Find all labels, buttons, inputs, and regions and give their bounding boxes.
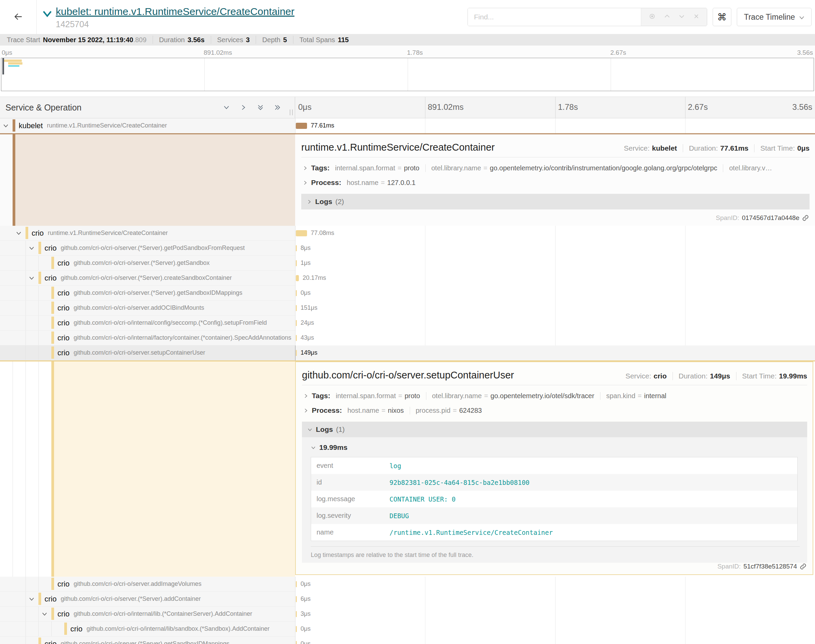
span-row[interactable]: criogithub.com/cri-o/cri-o/server.(*Serv…: [0, 592, 815, 607]
span-name-cell[interactable]: criogithub.com/cri-o/cri-o/server.(*Serv…: [0, 271, 295, 286]
span-row[interactable]: criogithub.com/cri-o/cri-o/server.(*Serv…: [0, 286, 815, 301]
span-name-cell[interactable]: criogithub.com/cri-o/cri-o/internal/conf…: [0, 316, 295, 331]
span-name-cell[interactable]: criogithub.com/cri-o/cri-o/server.setupC…: [0, 345, 295, 360]
span-row[interactable]: criogithub.com/cri-o/cri-o/server.addIma…: [0, 577, 815, 592]
span-timeline-cell[interactable]: 77.08ms: [295, 226, 815, 241]
span-service-name: crio: [57, 610, 69, 618]
span-row[interactable]: criogithub.com/cri-o/cri-o/internal/lib.…: [0, 607, 815, 621]
span-timeline-cell[interactable]: 151μs: [295, 301, 815, 316]
span-row[interactable]: criogithub.com/cri-o/cri-o/server.addOCI…: [0, 301, 815, 316]
span-timeline-cell[interactable]: 20.17ms: [295, 271, 815, 286]
span-row[interactable]: crioruntime.v1.RuntimeService/CreateCont…: [0, 226, 815, 241]
collapse-all-icon[interactable]: [257, 104, 264, 111]
span-duration-bar[interactable]: [296, 230, 307, 236]
row-collapse-icon[interactable]: [15, 230, 22, 237]
span-row[interactable]: criogithub.com/cri-o/cri-o/server.(*Serv…: [0, 636, 815, 644]
column-resize-grip[interactable]: [290, 109, 293, 115]
span-duration-bar[interactable]: [296, 320, 297, 326]
span-duration-bar[interactable]: [296, 123, 307, 129]
span-duration-bar[interactable]: [296, 596, 297, 602]
row-collapse-icon[interactable]: [41, 611, 48, 618]
log-entry-toggle[interactable]: 19.99ms: [311, 443, 800, 452]
tag-item: otel.library.name=go.opentelemetry.io/ot…: [426, 392, 594, 400]
tags-toggle[interactable]: Tags: internal.span.format=protootel.lib…: [302, 385, 807, 400]
span-timeline-cell[interactable]: 24μs: [295, 316, 815, 331]
minimap-drag-handle[interactable]: [2, 58, 4, 74]
span-name-cell[interactable]: criogithub.com/cri-o/cri-o/server.(*Serv…: [0, 241, 295, 256]
trace-collapse-icon[interactable]: [42, 10, 52, 18]
span-name-cell[interactable]: criogithub.com/cri-o/cri-o/server.(*Serv…: [0, 256, 295, 271]
process-toggle[interactable]: Process: host.name=nixosprocess.pid=6242…: [302, 400, 807, 414]
span-duration-bar[interactable]: [296, 581, 297, 587]
span-name-cell[interactable]: crioruntime.v1.RuntimeService/CreateCont…: [0, 226, 295, 241]
span-name-cell[interactable]: criogithub.com/cri-o/cri-o/server.(*Serv…: [0, 636, 295, 644]
span-name-cell[interactable]: kubeletruntime.v1.RuntimeService/CreateC…: [0, 118, 295, 133]
span-duration-bar[interactable]: [296, 611, 297, 617]
span-duration-bar[interactable]: [296, 626, 297, 632]
next-match-icon[interactable]: [678, 12, 685, 21]
row-collapse-icon[interactable]: [28, 275, 35, 282]
link-icon[interactable]: [800, 563, 806, 570]
span-row[interactable]: criogithub.com/cri-o/cri-o/internal/conf…: [0, 316, 815, 331]
span-timeline-cell[interactable]: 0μs: [295, 621, 815, 636]
span-duration-bar[interactable]: [296, 305, 297, 311]
clear-search-icon[interactable]: [693, 13, 700, 21]
collapse-one-icon[interactable]: [223, 104, 230, 111]
process-toggle[interactable]: Process: host.name=127.0.0.1: [301, 172, 810, 187]
logs-toggle[interactable]: Logs (1): [302, 422, 807, 437]
log-field-row: eventlog: [311, 457, 798, 474]
span-timeline-cell[interactable]: 1μs: [295, 256, 815, 271]
expand-one-icon[interactable]: [240, 104, 247, 111]
span-timeline-cell[interactable]: 6μs: [295, 592, 815, 607]
span-timeline-cell[interactable]: 0μs: [295, 286, 815, 301]
view-select-button[interactable]: Trace Timeline: [737, 8, 812, 26]
span-timeline-cell[interactable]: 149μs: [295, 345, 815, 360]
tags-toggle[interactable]: Tags: internal.span.format=protootel.lib…: [301, 158, 810, 172]
span-row[interactable]: kubeletruntime.v1.RuntimeService/CreateC…: [0, 118, 815, 133]
keyboard-shortcuts-button[interactable]: ⌘: [713, 8, 731, 26]
row-collapse-icon[interactable]: [28, 245, 35, 251]
row-collapse-icon[interactable]: [28, 596, 35, 603]
span-row[interactable]: criogithub.com/cri-o/cri-o/server.(*Serv…: [0, 241, 815, 256]
back-button[interactable]: [0, 0, 37, 34]
span-operation-name: github.com/cri-o/cri-o/server.(*Server).…: [61, 640, 229, 644]
span-timeline-cell[interactable]: 77.61ms: [295, 118, 815, 133]
span-duration-bar[interactable]: [296, 641, 297, 644]
span-timeline-cell[interactable]: 8μs: [295, 241, 815, 256]
span-row[interactable]: criogithub.com/cri-o/cri-o/server.(*Serv…: [0, 271, 815, 286]
span-row[interactable]: criogithub.com/cri-o/cri-o/internal/fact…: [0, 331, 815, 345]
span-timeline-cell[interactable]: 0μs: [295, 636, 815, 644]
expand-all-icon[interactable]: [274, 104, 281, 111]
link-icon[interactable]: [802, 215, 809, 221]
span-duration-bar[interactable]: [296, 335, 297, 341]
span-name-cell[interactable]: criogithub.com/cri-o/cri-o/server.addIma…: [0, 577, 295, 592]
find-input[interactable]: [468, 8, 641, 26]
span-service-name: crio: [44, 639, 57, 644]
span-row[interactable]: criogithub.com/cri-o/cri-o/internal/lib/…: [0, 621, 815, 636]
span-timeline-cell[interactable]: 3μs: [295, 607, 815, 621]
span-duration-bar[interactable]: [296, 290, 297, 296]
span-name-cell[interactable]: criogithub.com/cri-o/cri-o/internal/lib.…: [0, 607, 295, 621]
span-duration-bar[interactable]: [296, 245, 297, 251]
span-row[interactable]: criogithub.com/cri-o/cri-o/server.(*Serv…: [0, 256, 815, 271]
span-row[interactable]: criogithub.com/cri-o/cri-o/server.setupC…: [0, 345, 815, 360]
span-name-cell[interactable]: criogithub.com/cri-o/cri-o/internal/lib/…: [0, 621, 295, 636]
span-name-cell[interactable]: criogithub.com/cri-o/cri-o/server.(*Serv…: [0, 592, 295, 607]
span-name-cell[interactable]: criogithub.com/cri-o/cri-o/internal/fact…: [0, 331, 295, 345]
prev-match-icon[interactable]: [663, 12, 671, 21]
row-collapse-icon[interactable]: [2, 123, 9, 129]
span-duration-bar[interactable]: [296, 260, 297, 266]
minimap-canvas[interactable]: [1, 58, 814, 91]
span-timeline-cell[interactable]: 43μs: [295, 331, 815, 345]
span-name-cell[interactable]: criogithub.com/cri-o/cri-o/server.addOCI…: [0, 301, 295, 316]
span-duration-bar[interactable]: [296, 275, 299, 281]
span-duration-bar[interactable]: [296, 350, 297, 356]
span-service-name: crio: [44, 244, 57, 253]
locate-icon[interactable]: [648, 12, 656, 21]
chevron-right-icon: [303, 180, 308, 185]
span-timeline-cell[interactable]: 0μs: [295, 577, 815, 592]
trace-title-link[interactable]: kubelet: runtime.v1.RuntimeService/Creat…: [56, 5, 294, 18]
span-name-cell[interactable]: criogithub.com/cri-o/cri-o/server.(*Serv…: [0, 286, 295, 301]
logs-toggle[interactable]: Logs (2): [301, 194, 810, 210]
span-color-bar: [51, 578, 54, 590]
